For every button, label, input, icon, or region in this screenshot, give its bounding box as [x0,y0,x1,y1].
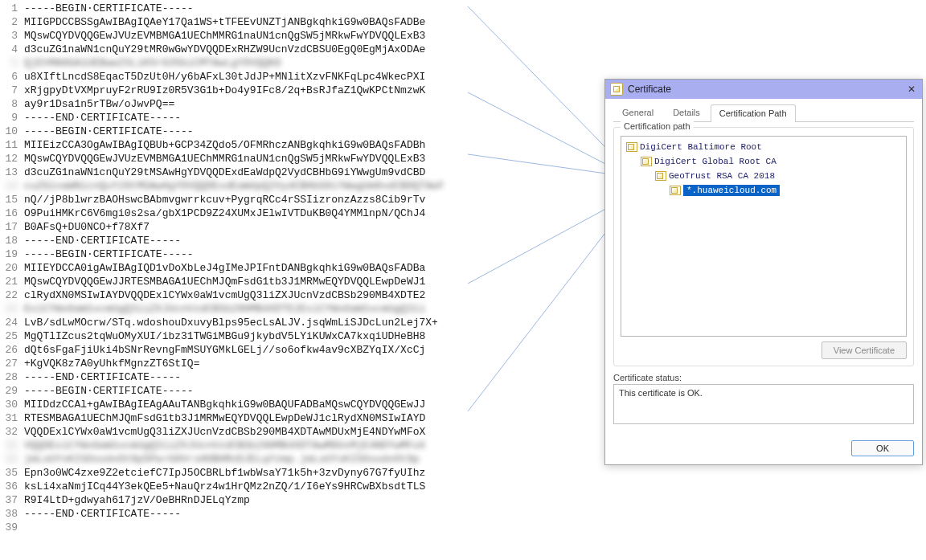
cert-tree-node[interactable]: DigiCert Baltimore Root [625,140,903,154]
line-number: 1 [0,2,24,15]
line-text: MIIDdzCCAl+gAwIBAgIEAgAAuTANBgkqhkiG9w0B… [24,398,555,411]
cert-tree-node[interactable]: DigiCert Global Root CA [625,154,903,169]
line-number: 11 [0,138,24,152]
window-body: General Details Certification Path Certi… [605,99,922,432]
code-line: 8ay9r1Dsa1n5rTBw/oJwvPQ== [0,97,555,111]
line-number: 37 [0,493,24,507]
line-text: MIIGPDCCBSSgAwIBAgIQAeY17Qa1WS+tTFEEvUNZ… [24,15,555,29]
line-text: MIIEizCCA3OgAwIBAgIQBUb+GCP34ZQdo5/OFMRh… [24,138,555,152]
close-icon[interactable]: ✕ [904,84,919,95]
line-number: 23 [0,302,24,316]
tab-general[interactable]: General [613,104,662,121]
line-text: MQswCQYDVQQGEwJJRTESMBAGA1UEChMJQmFsdG1t… [24,275,555,288]
code-line: 27+KgVQK8z7A0yUhkfMgnzZT6StIQ= [0,357,555,370]
line-text: Epn3o0WC4zxe9Z2etciefC7IpJ5OCBRLbf1wbWsa… [24,466,555,480]
line-text: dQt6sFgaFjiUki4bSNrRevngFmMSUYGMkLGELj//… [24,343,555,357]
code-line: 38-----END·CERTIFICATE----- [0,507,555,521]
code-line: 10-----BEGIN·CERTIFICATE----- [0,125,555,138]
code-line: 1-----BEGIN·CERTIFICATE----- [0,2,555,15]
cert-node-label: DigiCert Global Root CA [654,157,776,166]
line-number: 20 [0,261,24,275]
ok-button[interactable]: OK [851,440,914,456]
code-line: 33VQQDExlCYWx0aW1vcmUgQ3liZXJUcnVzdCBSb2… [0,439,555,452]
line-text: xRjgpyDtVXMpruyF2rRU9Iz0R5V3G1b+Do4y9IFc… [24,84,555,97]
line-number: 10 [0,125,24,138]
line-number: 12 [0,152,24,166]
line-text: ksLi4xaNmjICq44Y3ekQEe5+NauQrz4w1HrQMz2n… [24,480,555,493]
line-number: 9 [0,111,24,125]
cert-tree-node[interactable]: GeoTrust RSA CA 2018 [625,169,903,183]
code-line: 25MgQTlIZcus2tqWuOMyXUI/ibz31TWGiMBGu9jk… [0,329,555,343]
code-line: 19-----BEGIN·CERTIFICATE----- [0,247,555,261]
line-number: 24 [0,316,24,329]
line-text: nQ//jP8blwrzBAOHswcBAbmvgwrrkcuv+PygrqRC… [24,193,555,206]
code-line: 20MIIEYDCCA0igAwIBAgIQD1vDoXbLeJ4gIMeJPI… [0,261,555,275]
line-text: -----END·CERTIFICATE----- [24,507,555,521]
line-text: d3cuZG1naWN1cnQuY29tMSAwHgYDVQQDExdEaWdp… [24,166,555,179]
code-line: 34jmLoUYsKISOsodvOt9p5Pa+S0VrsHOBHRnDJEL… [0,452,555,466]
cert-node-icon [639,156,652,167]
line-number: 27 [0,357,24,370]
code-line: 4d3cuZG1naWN1cnQuY29tMR0wGwYDVQQDExRHZW9… [0,43,555,56]
code-line: 5QjEhMA8GA1UEBwwI5LiK5rG35biCMTAwLgYDVQQ… [0,56,555,70]
code-line: 7xRjgpyDtVXMpruyF2rRU9Iz0R5V3G1b+Do4y9IF… [0,84,555,97]
line-text: VQQDExlCYWx0aW1vcmUgQ3liZXJUcnVzdCBSb290… [24,439,555,452]
line-number: 21 [0,275,24,288]
line-number: 33 [0,439,24,452]
code-line: 6u8XIftLncdS8EqacT5DzUt0H/y6bAFxL30tJdJP… [0,70,555,84]
view-certificate-button[interactable]: View Certificate [822,341,907,359]
line-number: 4 [0,43,24,56]
line-number: 18 [0,234,24,247]
code-line: 13d3cuZG1naWN1cnQuY29tMSAwHgYDVQQDExdEaW… [0,166,555,179]
cert-node-label: GeoTrust RSA CA 2018 [669,171,775,181]
line-number: 38 [0,507,24,521]
line-number: 3 [0,29,24,43]
code-line: 31RTESMBAGA1UEChMJQmFsdG1tb3J1MRMwEQYDVQ… [0,411,555,425]
line-number: 35 [0,466,24,480]
line-number: 36 [0,480,24,493]
code-line: 15nQ//jP8blwrzBAOHswcBAbmvgwrrkcuv+Pygrq… [0,193,555,206]
certificate-icon [610,83,623,96]
code-line: 3MQswCQYDVQQGEwJVUzEVMBMGA1UEChMMRG1naUN… [0,29,555,43]
line-text: -----BEGIN·CERTIFICATE----- [24,384,555,398]
cert-tree[interactable]: DigiCert Baltimore RootDigiCert Global R… [621,136,907,337]
code-line: 30MIIDdzCCAl+gAwIBAgIEAgAAuTANBgkqhkiG9w… [0,398,555,411]
tab-cert-path[interactable]: Certification Path [711,104,796,122]
cert-tree-node[interactable]: *.huaweicloud.com [625,183,903,198]
titlebar[interactable]: Certificate ✕ [605,80,922,99]
line-number: 7 [0,84,24,97]
code-line: 24LvB/sdLwMOcrw/STq.wdoshouDxuvyBlps95ec… [0,316,555,329]
code-line: 26dQt6sFgaFjiUki4bSNrRevngFmMSUYGMkLGELj… [0,343,555,357]
line-text: cuZGlnaWNlcnQuY29tMSAwHgYDVQQDExdEaWdpQ2… [24,179,555,193]
cert-node-label: DigiCert Baltimore Root [640,142,762,152]
line-number: 31 [0,411,24,425]
line-text: ay9r1Dsa1n5rTBw/oJwvPQ== [24,97,555,111]
line-number: 29 [0,384,24,398]
group-title: Certification path [621,121,694,131]
code-editor: 1-----BEGIN·CERTIFICATE-----2MIIGPDCCBSS… [0,0,555,560]
line-number: 16 [0,206,24,220]
line-number: 34 [0,452,24,466]
line-text: clRydXN0MSIwIAYDVQQDExlCYWx0aW1vcmUgQ3li… [24,288,555,302]
line-text: LvB/sdLwMOcrw/STq.wdoshouDxuvyBlps95ecLs… [24,316,555,329]
code-line: 14cuZGlnaWNlcnQuY29tMSAwHgYDVQQDExdEaWdp… [0,179,555,193]
code-line: 16O9PuiHMKrC6V6mgi0s2sa/gbX1PCD9Z24XUMxJ… [0,206,555,220]
line-number: 30 [0,398,24,411]
cert-path-group: Certification path DigiCert Baltimore Ro… [613,127,914,366]
line-text: d3cuZG1naWN1cnQuY29tMR0wGwYDVQQDExRHZW9U… [24,43,555,56]
code-line: 23ExlCYWx0aW1vcmUgQ3liZXJUcnVzdCBSb290MB… [0,302,555,316]
line-text: R9I4LtD+gdwyah617jzV/OeBHRnDJELqYzmp [24,493,555,507]
cert-node-icon [654,170,666,182]
line-text: -----BEGIN·CERTIFICATE----- [24,125,555,138]
tab-details[interactable]: Details [664,104,709,121]
line-number: 15 [0,193,24,206]
line-number: 5 [0,56,24,70]
line-number: 2 [0,15,24,29]
line-number: 25 [0,329,24,343]
line-number: 22 [0,288,24,302]
line-number: 32 [0,425,24,439]
code-line: 28-----END·CERTIFICATE----- [0,370,555,384]
line-text: VQQDExlCYWx0aW1vcmUgQ3liZXJUcnVzdCBSb290… [24,425,555,439]
code-line: 17B0AFsQ+DU0NCO+f78Xf7 [0,220,555,234]
line-text: MQswCQYDVQQGEwJVUzEVMBMGA1UEChMMRG1naUN1… [24,152,555,166]
